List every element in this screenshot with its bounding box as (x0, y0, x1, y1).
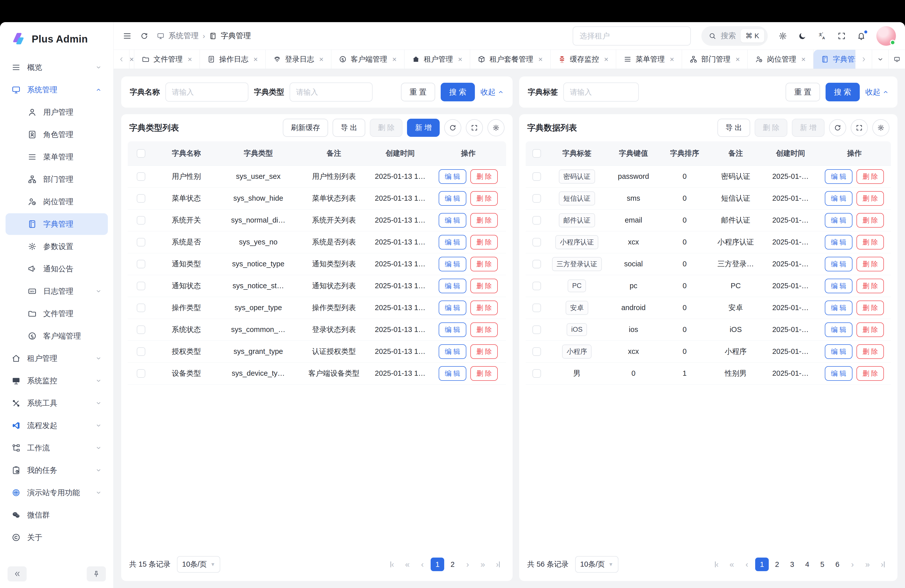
row-checkbox[interactable] (532, 238, 541, 246)
delete-button[interactable]: 删 除 (470, 279, 498, 293)
row-checkbox[interactable] (532, 172, 541, 181)
sidebar-item-param-settings[interactable]: 参数设置 (6, 236, 108, 257)
edit-button[interactable]: 编 辑 (439, 213, 466, 227)
pagination-next-10-button[interactable]: » (861, 558, 874, 571)
page-size-select[interactable]: 10条/页▼ (575, 556, 618, 573)
edit-button[interactable]: 编 辑 (439, 191, 466, 206)
search-button[interactable]: 搜 索 (826, 83, 860, 101)
settings-gear-button[interactable] (778, 32, 788, 40)
table-fullscreen-button[interactable] (466, 119, 483, 136)
pagination-first-button[interactable]: ‹ (710, 558, 724, 571)
sidebar-item-dict-management[interactable]: 字典管理 (6, 213, 108, 235)
edit-button[interactable]: 编 辑 (439, 366, 466, 381)
delete-button[interactable]: 删 除 (856, 213, 884, 227)
edit-button[interactable]: 编 辑 (439, 344, 466, 359)
tab-dept-management[interactable]: 部门管理× (682, 50, 748, 69)
tab-close-icon[interactable]: × (670, 55, 674, 64)
sidebar-item-notice[interactable]: 通知公告 (6, 258, 108, 280)
table-settings-button[interactable] (872, 119, 889, 136)
sidebar-item-about[interactable]: 关于 (6, 527, 108, 548)
table-refresh-button[interactable] (444, 119, 461, 136)
pagination-page-1[interactable]: 1 (755, 558, 769, 571)
row-checkbox[interactable] (137, 282, 145, 290)
tab-tenant-management[interactable]: 租户管理× (405, 50, 470, 69)
row-checkbox[interactable] (137, 216, 145, 224)
pagination-prev-button[interactable]: ‹ (740, 558, 754, 571)
sidebar-item-demo-features[interactable]: 演示站专用功能 (6, 482, 108, 504)
sidebar-item-role-management[interactable]: 角色管理 (6, 124, 108, 145)
row-checkbox[interactable] (532, 347, 541, 356)
delete-button[interactable]: 删 除 (856, 300, 884, 315)
add-button[interactable]: 新 增 (407, 119, 440, 137)
sidebar-toggle-button[interactable] (123, 32, 132, 40)
edit-button[interactable]: 编 辑 (825, 235, 853, 250)
sidebar-item-menu-management[interactable]: 菜单管理 (6, 146, 108, 168)
delete-button[interactable]: 删 除 (856, 323, 884, 337)
tab-tenant-package[interactable]: 租户套餐管理× (470, 50, 551, 69)
sidebar-item-user-management[interactable]: 用户管理 (6, 101, 108, 123)
row-checkbox[interactable] (137, 238, 145, 246)
page-size-select[interactable]: 10条/页▼ (177, 556, 220, 573)
edit-button[interactable]: 编 辑 (825, 213, 853, 227)
delete-button[interactable]: 删 除 (470, 366, 498, 381)
global-search-button[interactable]: 搜索 ⌘ K (701, 26, 768, 46)
pagination-page-4[interactable]: 4 (800, 558, 814, 571)
page-refresh-button[interactable] (140, 32, 148, 40)
select-all-checkbox[interactable] (137, 149, 145, 158)
user-avatar[interactable] (876, 26, 896, 46)
row-checkbox[interactable] (532, 304, 541, 312)
edit-button[interactable]: 编 辑 (439, 257, 466, 271)
row-checkbox[interactable] (532, 194, 541, 203)
fullscreen-button[interactable] (837, 32, 846, 40)
tab-close-icon[interactable]: × (604, 55, 609, 64)
delete-button[interactable]: 删 除 (755, 119, 788, 137)
row-checkbox[interactable] (137, 260, 145, 269)
select-all-checkbox[interactable] (532, 149, 541, 158)
delete-button[interactable]: 删 除 (470, 191, 498, 206)
tab-cache-monitor[interactable]: redis缓存监控× (551, 50, 616, 69)
pagination-page-6[interactable]: 6 (830, 558, 844, 571)
collapse-filters-link[interactable]: 收起 (865, 87, 889, 97)
tab-login-log[interactable]: 登录日志× (266, 50, 332, 69)
pagination-page-5[interactable]: 5 (816, 558, 829, 571)
delete-button[interactable]: 删 除 (856, 191, 884, 206)
export-button[interactable]: 导 出 (333, 119, 365, 137)
tab-close-icon[interactable]: × (392, 55, 397, 64)
pagination-page-3[interactable]: 3 (785, 558, 799, 571)
row-checkbox[interactable] (137, 369, 145, 378)
delete-button[interactable]: 删 除 (370, 119, 402, 137)
pagination-page-2[interactable]: 2 (770, 558, 784, 571)
tabs-scroll-left-button[interactable] (114, 50, 129, 69)
tab-client-management[interactable]: 客户端管理× (331, 50, 405, 69)
content-fullscreen-button[interactable] (888, 50, 905, 69)
pagination-page-1[interactable]: 1 (430, 558, 444, 571)
edit-button[interactable]: 编 辑 (825, 257, 853, 271)
tab-overflow-close[interactable]: × (129, 50, 134, 69)
sidebar-item-my-tasks[interactable]: 我的任务 (6, 459, 108, 481)
row-checkbox[interactable] (137, 347, 145, 356)
pagination-last-button[interactable]: › (491, 558, 505, 571)
tab-close-icon[interactable]: × (253, 55, 258, 64)
tab-menu-management[interactable]: 菜单管理× (616, 50, 682, 69)
sidebar-item-wechat-group[interactable]: 微信群 (6, 504, 108, 526)
tab-close-icon[interactable]: × (735, 55, 740, 64)
tab-close-icon[interactable]: × (801, 55, 806, 64)
sidebar-pin-button[interactable] (87, 566, 106, 582)
table-settings-button[interactable] (487, 119, 505, 136)
sidebar-item-flow-start[interactable]: 流程发起 (6, 415, 108, 436)
edit-button[interactable]: 编 辑 (439, 323, 466, 337)
reset-button[interactable]: 重 置 (401, 83, 435, 101)
sidebar-item-log-management[interactable]: DEV日志管理 (6, 280, 108, 302)
sidebar-item-workflow[interactable]: 工作流 (6, 437, 108, 459)
tab-close-icon[interactable]: × (538, 55, 543, 64)
delete-button[interactable]: 删 除 (856, 235, 884, 250)
delete-button[interactable]: 删 除 (470, 235, 498, 250)
tab-file-management[interactable]: 文件管理× (134, 50, 200, 69)
tab-dict-management[interactable]: 字典管理× (813, 50, 855, 69)
row-checkbox[interactable] (137, 172, 145, 181)
edit-button[interactable]: 编 辑 (439, 235, 466, 250)
row-checkbox[interactable] (137, 194, 145, 203)
delete-button[interactable]: 删 除 (856, 344, 884, 359)
refresh-cache-button[interactable]: 刷新缓存 (283, 119, 328, 137)
search-button[interactable]: 搜 索 (441, 83, 475, 101)
